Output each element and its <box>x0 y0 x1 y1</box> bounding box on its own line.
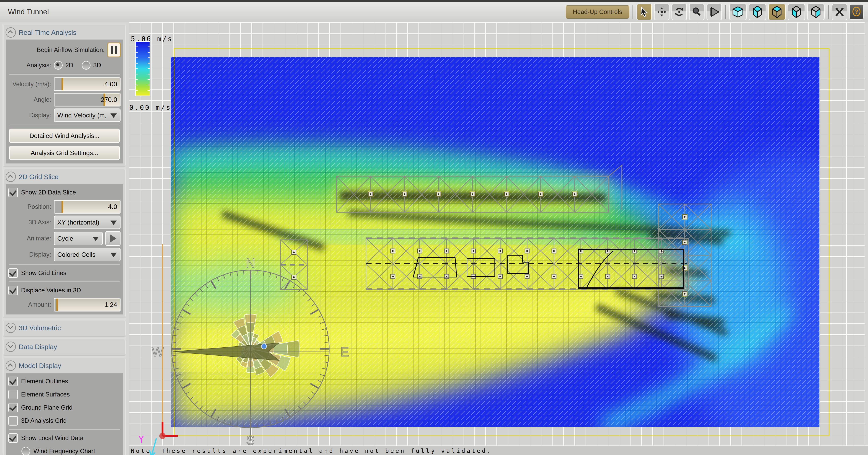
begin-airflow-label: Begin Airflow Simulation: <box>8 46 104 54</box>
slider-track <box>55 93 104 106</box>
show-grid-lines-label: Show Grid Lines <box>21 269 66 277</box>
legend-min-label: 0.00 m/s <box>129 104 172 111</box>
validation-note-text: Note: These results are experimental and… <box>131 448 492 454</box>
y-axis-label: Y <box>138 434 144 445</box>
angle-slider[interactable]: 270.0 <box>54 93 121 107</box>
group-2d-grid-slice: 2D Grid Slice Show 2D Data Slice Positio… <box>3 169 126 317</box>
walkthrough-icon <box>709 7 720 17</box>
analysis-3d-radio[interactable] <box>82 61 91 70</box>
3d-viewport[interactable]: N E S W 5.06 m/s 0.00 m/s <box>129 22 865 446</box>
wind-frequency-radio[interactable] <box>22 447 30 455</box>
view-right-button[interactable] <box>807 4 825 20</box>
help-icon: ? <box>852 6 861 18</box>
element-outlines-checkbox[interactable] <box>8 376 18 386</box>
wind-tunnel-app: Wind Tunnel Head-Up Controls <box>0 0 868 455</box>
cube-left-icon <box>792 6 801 18</box>
angle-value: 270.0 <box>101 96 117 104</box>
animate-dropdown-value: Cycle <box>57 235 73 242</box>
animate-dropdown[interactable]: Cycle <box>54 232 103 245</box>
toolbar-separator <box>632 5 633 19</box>
select-cursor-button[interactable] <box>637 4 652 20</box>
ground-plane-grid-label: Ground Plane Grid <box>21 404 72 411</box>
help-button[interactable]: ? <box>849 4 864 20</box>
group-title: Model Display <box>19 362 61 370</box>
divider <box>9 74 120 75</box>
play-icon <box>110 234 116 243</box>
3d-analysis-grid-row: 3D Analysis Grid <box>8 415 121 426</box>
axis-label: 3D Axis: <box>8 219 51 226</box>
displace-values-row: Displace Values in 3D <box>8 285 121 296</box>
amount-value: 1.24 <box>104 301 117 309</box>
element-outlines-label: Element Outlines <box>21 378 68 385</box>
expand-chevron-icon <box>6 323 16 333</box>
wind-frequency-label: Wind Frequency Chart <box>33 448 95 455</box>
animate-play-button[interactable] <box>105 231 121 246</box>
velocity-legend: 5.06 m/s 0.00 m/s <box>129 35 173 111</box>
amount-label: Amount: <box>8 301 51 308</box>
slider-track <box>55 78 62 90</box>
group-real-time-analysis: Real-Time Analysis Begin Airflow Simulat… <box>3 25 126 166</box>
pan-icon <box>657 7 667 17</box>
angle-label: Angle: <box>8 96 51 103</box>
3d-analysis-grid-label: 3D Analysis Grid <box>21 417 67 424</box>
display-dropdown[interactable]: Wind Velocity (m, <box>54 109 121 122</box>
view-isometric-button[interactable] <box>729 4 747 20</box>
element-surfaces-checkbox[interactable] <box>8 390 18 399</box>
view-front-button[interactable] <box>749 4 766 20</box>
analysis-grid-settings-button[interactable]: Analysis Grid Settings... <box>9 146 120 160</box>
show-local-wind-label: Show Local Wind Data <box>21 434 84 442</box>
show-grid-lines-checkbox[interactable] <box>8 268 18 278</box>
walkthrough-button[interactable] <box>707 4 722 20</box>
ground-plane-grid-checkbox[interactable] <box>8 403 18 413</box>
origin-marker <box>159 433 166 439</box>
analysis-3d-label: 3D <box>93 62 101 69</box>
group-header-2d-grid-slice[interactable]: 2D Grid Slice <box>6 171 123 182</box>
control-sidebar: Real-Time Analysis Begin Airflow Simulat… <box>2 24 126 453</box>
slider-handle[interactable] <box>61 201 63 213</box>
axis-dropdown[interactable]: XY (horizontal) <box>54 216 121 229</box>
simulation-canvas[interactable]: N E S W 5.06 m/s 0.00 m/s <box>129 22 865 446</box>
group-header-model-display[interactable]: Model Display <box>6 360 123 371</box>
velocity-row: Velocity (m/s): 4.00 <box>8 78 121 91</box>
velocity-label: Velocity (m/s): <box>8 81 51 88</box>
show-local-wind-checkbox[interactable] <box>8 433 18 443</box>
fit-to-window-button[interactable] <box>832 4 847 20</box>
slice-display-dropdown[interactable]: Colored Cells <box>54 248 121 261</box>
3d-analysis-grid-checkbox[interactable] <box>8 416 18 426</box>
rose-center-marker <box>261 344 267 349</box>
zoom-button[interactable] <box>689 4 705 20</box>
position-slider[interactable]: 4.0 <box>54 200 121 214</box>
slider-handle[interactable] <box>61 78 63 90</box>
group-header-real-time-analysis[interactable]: Real-Time Analysis <box>6 27 123 38</box>
pause-simulation-button[interactable] <box>107 42 121 57</box>
group-title: 3D Volumetric <box>19 324 61 332</box>
slice-display-dropdown-value: Colored Cells <box>57 251 95 258</box>
cursor-icon <box>640 7 649 17</box>
slider-handle[interactable] <box>56 298 58 311</box>
view-left-button[interactable] <box>788 4 805 20</box>
toolbar-separator <box>725 5 726 19</box>
analysis-grid-settings-label: Analysis Grid Settings... <box>31 149 98 157</box>
position-value: 4.0 <box>108 203 117 210</box>
group-header-data-display[interactable]: Data Display <box>6 341 123 352</box>
orbit-button[interactable] <box>672 4 687 20</box>
ground-plane-grid-row: Ground Plane Grid <box>8 402 121 413</box>
pan-button[interactable] <box>654 4 670 20</box>
amount-slider[interactable]: 1.24 <box>54 298 121 312</box>
show-2d-slice-checkbox[interactable] <box>8 188 18 197</box>
analysis-label: Analysis: <box>8 62 51 69</box>
divider <box>9 264 120 265</box>
group-title: Data Display <box>19 343 57 351</box>
compass-north-label: N <box>246 256 255 270</box>
compass-east-label: E <box>341 345 349 359</box>
slice-display-label: Display: <box>8 251 51 258</box>
slice-display-row: Display: Colored Cells <box>8 248 121 261</box>
displace-values-checkbox[interactable] <box>8 286 18 295</box>
analysis-2d-radio[interactable] <box>54 61 63 70</box>
group-header-3d-volumetric[interactable]: 3D Volumetric <box>6 322 123 334</box>
view-top-button[interactable] <box>768 4 786 20</box>
begin-airflow-row: Begin Airflow Simulation: <box>8 42 121 57</box>
head-up-controls-button[interactable]: Head-Up Controls <box>566 5 629 19</box>
detailed-wind-analysis-button[interactable]: Detailed Wind Analysis... <box>9 129 120 143</box>
velocity-slider[interactable]: 4.00 <box>54 78 121 91</box>
